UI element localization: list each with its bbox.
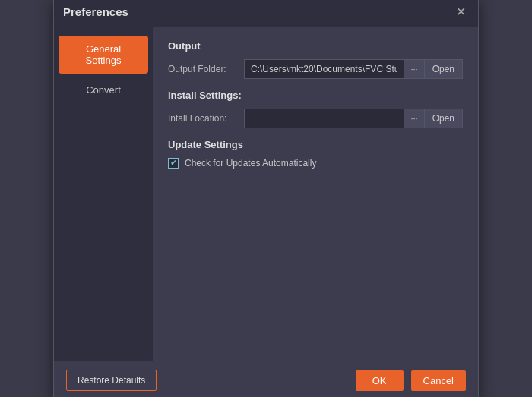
output-folder-open-button[interactable]: Open (424, 59, 463, 79)
auto-update-checkbox[interactable]: ✔ (168, 158, 179, 169)
install-location-label: Intall Location: (168, 113, 244, 124)
output-folder-row: Output Folder: ··· Open (168, 59, 463, 79)
output-section: Output Output Folder: ··· Open (168, 40, 463, 79)
dialog-content: General Settings Convert Output Output F… (54, 27, 478, 361)
main-panel: Output Output Folder: ··· Open Install S… (153, 27, 478, 361)
bottom-bar: Restore Defaults OK Cancel (54, 361, 478, 398)
checkmark-icon: ✔ (170, 159, 177, 167)
ok-button[interactable]: OK (356, 370, 404, 391)
cancel-button[interactable]: Cancel (411, 370, 466, 391)
sidebar-item-convert[interactable]: Convert (59, 77, 148, 103)
install-section-title: Install Settings: (168, 90, 463, 101)
install-location-row: Intall Location: ··· Open (168, 109, 463, 128)
restore-defaults-button[interactable]: Restore Defaults (66, 370, 157, 391)
output-folder-dots-button[interactable]: ··· (404, 59, 423, 79)
output-folder-input[interactable] (244, 59, 404, 79)
install-location-dots-button[interactable]: ··· (404, 109, 423, 128)
auto-update-label: Check for Updates Automatically (185, 158, 316, 169)
update-section: Update Settings ✔ Check for Updates Auto… (168, 139, 463, 169)
output-section-title: Output (168, 40, 463, 52)
install-location-input-group: ··· Open (244, 109, 463, 128)
update-section-title: Update Settings (168, 139, 463, 150)
close-button[interactable]: ✕ (453, 5, 469, 20)
install-location-open-button[interactable]: Open (424, 109, 463, 128)
sidebar-item-general-settings[interactable]: General Settings (59, 36, 148, 74)
output-folder-label: Output Folder: (168, 64, 244, 74)
install-section: Install Settings: Intall Location: ··· O… (168, 90, 463, 128)
sidebar: General Settings Convert (54, 27, 153, 361)
preferences-dialog: Preferences ✕ General Settings Convert O… (53, 0, 479, 397)
install-location-input[interactable] (244, 109, 404, 128)
auto-update-row: ✔ Check for Updates Automatically (168, 158, 463, 169)
output-folder-input-group: ··· Open (244, 59, 463, 79)
title-bar: Preferences ✕ (54, 0, 478, 27)
dialog-title: Preferences (63, 5, 128, 18)
bottom-right-buttons: OK Cancel (356, 370, 466, 391)
